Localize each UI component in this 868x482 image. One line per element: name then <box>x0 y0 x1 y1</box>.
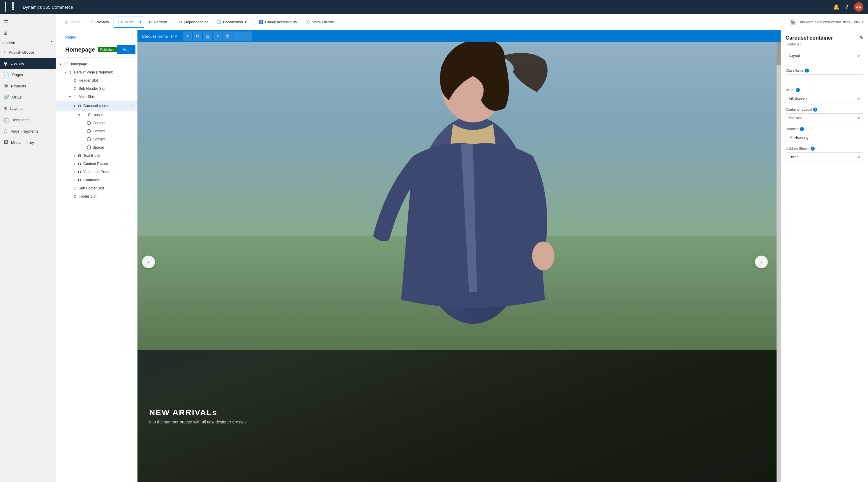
module-delete-button[interactable]: 🗑 <box>222 31 232 41</box>
edit-button[interactable]: Edit <box>117 45 135 54</box>
module-actions: + ↺ ⧉ ↗ 🗑 ↑ ↓ <box>183 31 252 41</box>
help-icon[interactable]: ? <box>845 4 848 10</box>
sidebar-item-home[interactable]: ⊞ <box>0 27 56 39</box>
canvas-scrollbar[interactable] <box>777 42 781 482</box>
tree-label-header-slot: Header Slot <box>79 79 135 83</box>
sidebar-item-layouts[interactable]: ⊞ Layouts <box>0 103 56 114</box>
slot-icon-sub-footer: ⊡ <box>72 186 78 191</box>
tree-node-main-slot[interactable]: ▼ ⊡ Main Slot <box>56 93 137 101</box>
chevron-header-slot: › <box>68 79 72 82</box>
slot-icon-text-block: ⊡ <box>77 153 82 158</box>
page-fragments-icon: ⬡ <box>3 128 7 134</box>
tree-node-sub-footer-slot[interactable]: ⊡ Sub Footer Slot <box>56 184 137 192</box>
carousel-prev-button[interactable]: ‹ <box>142 255 155 268</box>
tree-node-carousel-container[interactable]: ▼ ⊡ Carousel contair ··· <box>56 101 137 111</box>
canvas-scroll-thumb[interactable] <box>777 42 781 65</box>
heading-section: Heading i ✎ Heading <box>785 127 863 142</box>
delete-button[interactable]: 🗑 Delete <box>61 17 85 27</box>
dependencies-button[interactable]: ⚙ Dependencies <box>176 17 212 27</box>
module-move-up-button[interactable]: ↑ <box>232 31 242 41</box>
pages-breadcrumb[interactable]: Pages <box>61 33 132 42</box>
panel-divider-1 <box>785 65 863 65</box>
edit-title-icon[interactable]: ✎ <box>860 35 863 41</box>
chevron-homepage: ▼ <box>58 63 63 66</box>
preview-button[interactable]: 📄 Preview <box>86 17 113 27</box>
container-layout-info-icon: i <box>813 108 817 112</box>
module-move-down-button[interactable]: ↓ <box>242 31 252 41</box>
page-icon-default-page: ⊡ <box>68 70 73 75</box>
tree-node-text-block[interactable]: › ⊡ Text-Block <box>56 152 137 160</box>
sidebar-item-media-library[interactable]: 🖼 Media Library <box>0 137 56 148</box>
tree-node-spacer[interactable]: Spacer <box>56 143 137 152</box>
tree-node-carousel[interactable]: ▼ ⊡ Carousel <box>56 111 137 119</box>
apps-grid-icon[interactable] <box>5 2 19 12</box>
slot-icon-content-placement: ⊡ <box>77 161 82 167</box>
sidebar-item-live-site[interactable]: ◉ Live site ⌄ <box>0 58 56 69</box>
classname-label: ClassName i <box>785 68 863 72</box>
tree-node-container[interactable]: › ⊡ Container <box>56 176 137 184</box>
tree-node-content-1[interactable]: Content <box>56 119 137 127</box>
tree-node-sub-header-slot[interactable]: ⊡ Sub Header Slot <box>56 85 137 93</box>
publish-chevron-button[interactable]: ▾ <box>137 17 144 27</box>
page-icon-homepage: 📄 <box>63 61 68 67</box>
container-layout-select[interactable]: Stacked ∨ <box>785 113 863 122</box>
sidebar-label-live-site: Live site <box>10 61 25 66</box>
sidebar-label-pages: Pages <box>12 72 23 77</box>
more-options-icon[interactable]: ··· <box>128 102 135 109</box>
tree-node-content-2[interactable]: Content <box>56 127 137 135</box>
page-area: Pages Homepage Published Edit ▼ 📄 <box>56 30 868 482</box>
localization-button[interactable]: 🌐 Localization ▾ <box>213 17 250 27</box>
tree-node-content-3[interactable]: Content <box>56 135 137 143</box>
notification-icon[interactable]: 🔔 <box>833 4 839 10</box>
tree-label-spacer: Spacer <box>93 145 135 150</box>
sidebar-env-selector[interactable]: modern ⌃ <box>0 39 56 47</box>
right-panel: Carousel container ✎ Container Layout ∨ … <box>781 30 868 482</box>
heading-button[interactable]: ✎ Heading <box>785 133 812 142</box>
toolbar-separator-2 <box>252 19 253 26</box>
sidebar-item-publish-groups[interactable]: ↑ Publish Groups <box>0 47 56 58</box>
sidebar-item-page-fragments[interactable]: ⬡ Page Fragments <box>0 126 56 137</box>
chevron-carousel-container: ▼ <box>72 104 77 108</box>
preview-icon: 📄 <box>89 20 94 24</box>
show-history-button[interactable]: 🕐 Show History <box>302 17 338 27</box>
width-select[interactable]: Fill Screen ∨ <box>785 94 863 103</box>
hero-figure-svg <box>137 42 777 350</box>
sidebar-item-templates[interactable]: 📋 Templates <box>0 114 56 126</box>
tree-node-video-prod[interactable]: › ⊡ Video and Produ… <box>56 168 137 176</box>
pages-icon: 📄 <box>3 72 9 78</box>
module-refresh-button[interactable]: ↺ <box>193 31 202 41</box>
module-chevron-icon: ▾ <box>175 34 177 38</box>
children-shown-select[interactable]: Three ∨ <box>785 152 863 161</box>
sidebar-item-urls[interactable]: 🔗 URLs <box>0 91 56 103</box>
slot-icon-main: ⊡ <box>72 94 78 99</box>
publish-icon: ↑ <box>117 20 119 24</box>
module-name-label[interactable]: Carousel container ▾ <box>140 33 179 40</box>
publish-button[interactable]: ↑ Publish <box>114 17 137 27</box>
tree-node-homepage[interactable]: ▼ 📄 Homepage <box>56 60 137 68</box>
module-add-button[interactable]: + <box>183 31 192 41</box>
module-duplicate-button[interactable]: ⧉ <box>203 31 212 41</box>
tree-label-main-slot: Main Slot <box>79 95 135 99</box>
sidebar-item-pages[interactable]: 📄 Pages <box>0 69 56 81</box>
layout-select[interactable]: Layout ∨ <box>785 51 863 60</box>
sidebar-item-products[interactable]: 🛍 Products <box>0 81 56 91</box>
classname-info-icon: i <box>805 68 809 72</box>
content-area: 🗑 Delete 📄 Preview ↑ Publish ▾ ↺ Refresh <box>56 14 868 482</box>
classname-input[interactable] <box>785 74 863 83</box>
refresh-button[interactable]: ↺ Refresh <box>145 17 171 27</box>
check-accessibility-button[interactable]: ♿ Check accessibility <box>255 17 301 27</box>
canvas-area: Carousel container ▾ + ↺ ⧉ ↗ 🗑 ↑ ↓ <box>137 30 781 482</box>
hamburger-icon[interactable]: ☰ <box>0 14 56 27</box>
user-avatar[interactable]: AR <box>854 2 863 12</box>
sidebar-label-products: Products <box>11 84 26 88</box>
urls-icon: 🔗 <box>3 94 9 100</box>
carousel-next-button[interactable]: › <box>755 255 768 268</box>
tree-label-video-prod: Video and Produ… <box>83 170 135 174</box>
tree-node-content-placement[interactable]: › ⊡ Content Placem… <box>56 160 137 168</box>
tree-node-footer-slot[interactable]: › ⊡ Footer Slot <box>56 192 137 201</box>
heading-info-icon: i <box>800 127 804 131</box>
tree-node-header-slot[interactable]: › ⊡ Header Slot <box>56 77 137 85</box>
tree-node-default-page[interactable]: ▼ ⊡ Default Page (Required) <box>56 68 137 77</box>
tree-label-content-3: Content <box>93 137 135 141</box>
module-export-button[interactable]: ↗ <box>213 31 222 41</box>
